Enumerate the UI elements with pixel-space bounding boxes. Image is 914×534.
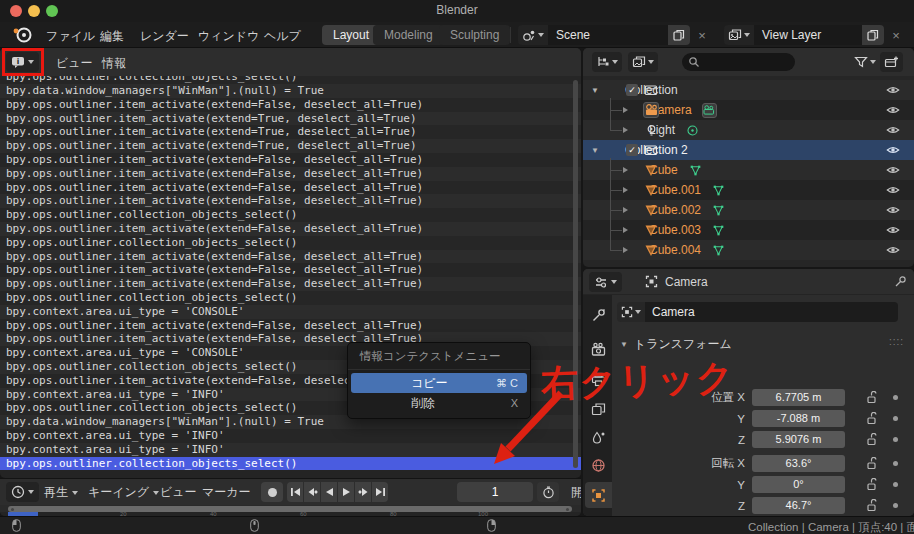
animate-dot[interactable] xyxy=(893,416,898,421)
new-scene-copy-button[interactable] xyxy=(668,25,690,45)
info-log-line[interactable]: bpy.context.area.ui_type = 'INFO' xyxy=(0,429,581,443)
info-log-line[interactable]: bpy.ops.outliner.item_activate(extend=Fa… xyxy=(0,194,581,208)
view-layer-name-field[interactable]: View Layer xyxy=(754,25,862,45)
outliner-filter-id-button[interactable] xyxy=(628,52,658,72)
lock-icon[interactable] xyxy=(866,433,878,446)
remove-view-layer-button[interactable]: × xyxy=(888,28,904,43)
pin-icon[interactable] xyxy=(894,275,907,288)
lock-icon[interactable] xyxy=(866,499,878,512)
prev-keyframe-button[interactable] xyxy=(304,482,320,502)
object-name-field[interactable]: Camera xyxy=(645,302,898,322)
info-log-line[interactable]: bpy.context.area.ui_type = 'CONSOLE' xyxy=(0,305,581,319)
info-log-line[interactable]: bpy.ops.outliner.item_activate(extend=Fa… xyxy=(0,277,581,291)
new-collection-button[interactable] xyxy=(880,52,903,72)
start-frame-label[interactable]: 開始 xyxy=(571,484,581,501)
info-log-line[interactable]: bpy.ops.outliner.item_activate(extend=Fa… xyxy=(0,263,581,277)
eye-icon[interactable] xyxy=(886,143,900,157)
menu-file[interactable]: ファイル xyxy=(40,27,101,46)
menu-render[interactable]: レンダー xyxy=(134,27,195,46)
jump-start-button[interactable] xyxy=(287,482,303,502)
animate-dot[interactable] xyxy=(893,437,898,442)
outliner-row-collection2[interactable]: ▼ ✓ Collection 2 xyxy=(583,140,914,160)
info-menu-view[interactable]: ビュー xyxy=(50,54,99,73)
scene-browse-button[interactable] xyxy=(518,25,548,45)
outliner-row-cube004[interactable]: Cube.004 xyxy=(583,240,914,260)
outliner-row-collection[interactable]: ▼ ✓ Collection xyxy=(583,80,914,100)
info-log-line[interactable]: bpy.ops.outliner.item_activate(extend=Tr… xyxy=(0,112,581,126)
eye-icon[interactable] xyxy=(886,203,900,217)
editor-type-button[interactable] xyxy=(6,482,39,502)
menu-help[interactable]: ヘルプ xyxy=(258,27,307,46)
rotation-x-field[interactable]: 63.6° xyxy=(752,455,845,472)
workspace-tab-sculpting[interactable]: Sculpting xyxy=(439,25,510,45)
context-menu-item-delete[interactable]: 削除 X xyxy=(351,393,527,413)
next-keyframe-button[interactable] xyxy=(355,482,371,502)
eye-icon[interactable] xyxy=(886,123,900,137)
playback-menu[interactable]: 再生 xyxy=(44,484,78,501)
location-x-field[interactable]: 6.7705 m xyxy=(752,389,845,406)
info-menu-info[interactable]: 情報 xyxy=(96,54,132,73)
play-reverse-button[interactable] xyxy=(321,482,337,502)
tab-scene[interactable] xyxy=(585,424,612,450)
panel-grip-icon[interactable]: :::: xyxy=(889,336,904,347)
expand-triangle-icon[interactable]: ▼ xyxy=(591,86,601,95)
outliner-row-cube001[interactable]: Cube.001 xyxy=(583,180,914,200)
view-layer-browse-button[interactable] xyxy=(724,25,754,45)
menu-edit[interactable]: 編集 xyxy=(94,27,130,46)
info-log-line[interactable]: bpy.ops.outliner.item_activate(extend=Fa… xyxy=(0,181,581,195)
outliner-search-input[interactable] xyxy=(682,53,795,71)
eye-icon[interactable] xyxy=(886,103,900,117)
info-log-line[interactable]: bpy.ops.outliner.collection_objects_sele… xyxy=(0,291,581,305)
animate-dot[interactable] xyxy=(893,503,898,508)
info-log-line[interactable]: bpy.ops.outliner.item_activate(extend=Fa… xyxy=(0,167,581,181)
record-button[interactable] xyxy=(261,482,283,502)
collection-checkbox[interactable]: ✓ xyxy=(626,144,638,156)
mesh-data-icon[interactable] xyxy=(711,183,726,198)
info-log-line[interactable]: bpy.ops.outliner.item_activate(extend=Tr… xyxy=(0,125,581,139)
info-log-line[interactable]: bpy.ops.outliner.item_activate(extend=Fa… xyxy=(0,98,581,112)
rotation-y-field[interactable]: 0° xyxy=(752,476,845,493)
eye-icon[interactable] xyxy=(886,243,900,257)
tab-world[interactable] xyxy=(585,452,612,478)
scrollbar-vertical[interactable] xyxy=(573,80,578,468)
info-log-line[interactable]: bpy.ops.outliner.item_activate(extend=Fa… xyxy=(0,250,581,264)
animate-dot[interactable] xyxy=(893,461,898,466)
keying-menu[interactable]: キーイング xyxy=(88,484,159,501)
marker-menu[interactable]: マーカー xyxy=(202,484,251,501)
menu-window[interactable]: ウィンドウ xyxy=(192,27,265,46)
location-y-field[interactable]: -7.088 m xyxy=(752,410,845,427)
blender-logo-icon[interactable] xyxy=(12,26,34,44)
expand-triangle-icon[interactable]: ▼ xyxy=(591,146,601,155)
display-mode-button[interactable] xyxy=(592,52,622,72)
editor-type-button[interactable] xyxy=(589,272,622,292)
play-button[interactable] xyxy=(338,482,354,502)
workspace-tab-layout[interactable]: Layout xyxy=(322,25,380,45)
tab-tool[interactable] xyxy=(585,302,612,328)
unlink-scene-button[interactable]: × xyxy=(694,28,710,43)
camera-data-icon[interactable] xyxy=(702,103,717,118)
rotation-z-field[interactable]: 46.7° xyxy=(752,497,845,514)
scene-name-field[interactable]: Scene xyxy=(548,25,668,45)
info-log-line[interactable]: bpy.context.area.ui_type = 'INFO' xyxy=(0,443,581,457)
mesh-data-icon[interactable] xyxy=(711,223,726,238)
mesh-data-icon[interactable] xyxy=(688,163,703,178)
outliner-row-light[interactable]: Light xyxy=(583,120,914,140)
lock-icon[interactable] xyxy=(866,391,878,404)
current-frame-field[interactable]: 1 xyxy=(457,482,533,502)
info-log-line[interactable]: bpy.ops.outliner.item_activate(extend=Fa… xyxy=(0,222,581,236)
info-log-line[interactable]: bpy.data.window_managers["WinMan"].(null… xyxy=(0,84,581,98)
outliner-row-cube003[interactable]: Cube.003 xyxy=(583,220,914,240)
tab-object[interactable] xyxy=(585,482,612,508)
light-data-icon[interactable] xyxy=(685,123,700,138)
view-menu[interactable]: ビュー xyxy=(160,484,197,501)
new-view-layer-button[interactable] xyxy=(862,25,884,45)
info-log-line[interactable]: bpy.ops.outliner.item_activate(extend=Fa… xyxy=(0,319,581,333)
jump-end-button[interactable] xyxy=(372,482,388,502)
animate-dot[interactable] xyxy=(893,395,898,400)
lock-icon[interactable] xyxy=(866,457,878,470)
location-z-field[interactable]: 5.9076 m xyxy=(752,431,845,448)
info-log-line[interactable]: bpy.ops.outliner.item_activate(extend=Tr… xyxy=(0,139,581,153)
animate-dot[interactable] xyxy=(893,482,898,487)
outliner-row-camera[interactable]: Camera xyxy=(583,100,914,120)
context-menu-item-copy[interactable]: コピー ⌘ C xyxy=(351,373,527,393)
